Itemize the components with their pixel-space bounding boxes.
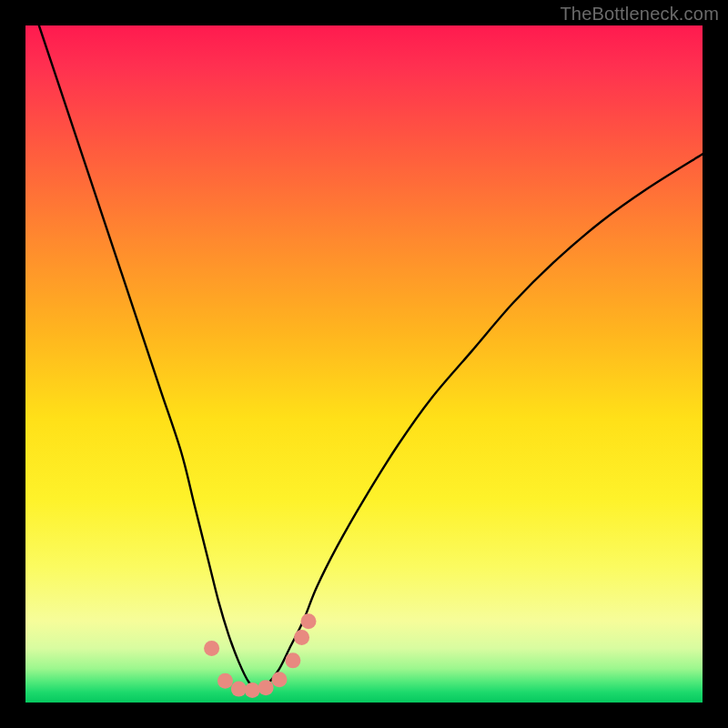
watermark-text: TheBottleneck.com xyxy=(560,4,719,25)
bottleneck-curve xyxy=(39,25,703,689)
curve-marker xyxy=(204,641,219,656)
curve-marker xyxy=(294,630,309,645)
curve-marker xyxy=(258,680,274,695)
curve-marker xyxy=(217,673,233,689)
curve-layer xyxy=(25,25,703,703)
curve-marker xyxy=(231,682,247,697)
curve-marker xyxy=(300,613,316,629)
marker-group xyxy=(204,613,316,698)
curve-marker xyxy=(285,652,300,668)
curve-marker xyxy=(245,682,260,698)
plot-area xyxy=(25,25,703,703)
curve-marker xyxy=(272,672,288,687)
outer-frame: TheBottleneck.com xyxy=(0,0,728,728)
